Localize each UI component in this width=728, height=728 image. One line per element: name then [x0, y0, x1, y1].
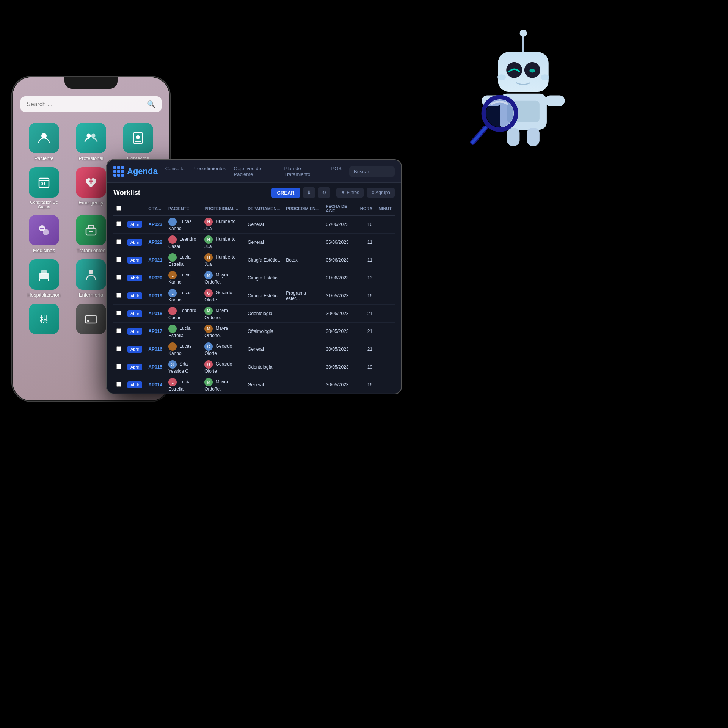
tablet-search[interactable]: Buscar... [349, 166, 395, 177]
app-label-medicinas: Medicinas [33, 248, 55, 253]
row-checkbox[interactable] [116, 275, 121, 280]
nav-pos[interactable]: POS [331, 164, 342, 179]
row-checkbox[interactable] [116, 328, 121, 333]
abrir-button[interactable]: Abrir [127, 221, 142, 228]
app-emergency[interactable]: Emergency [71, 167, 111, 209]
row-fecha: 30/05/2023 [323, 340, 357, 358]
table-row: Abrir AP017 L Lucía Estrella M Mayra Ord… [113, 323, 395, 340]
app-title: Agenda [127, 166, 158, 176]
app-medicinas[interactable]: Medicinas [24, 215, 64, 253]
row-checkbox[interactable] [116, 221, 121, 226]
row-profesional: H Humberto Jua [201, 216, 245, 234]
abrir-button[interactable]: Abrir [127, 257, 142, 264]
abrir-button[interactable]: Abrir [127, 310, 142, 317]
row-fecha: 01/06/2023 [323, 269, 357, 287]
row-checkbox[interactable] [116, 293, 121, 298]
select-all-checkbox[interactable] [116, 206, 121, 211]
nav-procedimientos[interactable]: Procedimientos [192, 164, 226, 179]
row-checkbox-cell [113, 323, 124, 340]
row-checkbox[interactable] [116, 346, 121, 351]
table-row: Abrir AP021 L Lucía Estrella H Humberto … [113, 251, 395, 269]
row-checkbox-cell [113, 251, 124, 269]
row-cita: AP018 [145, 305, 165, 323]
app-tratamientos[interactable]: Tratamientos [71, 215, 111, 253]
abrir-button[interactable]: Abrir [127, 364, 142, 370]
prof-avatar: M [204, 271, 213, 279]
row-abrir-cell: Abrir [124, 340, 145, 358]
prof-avatar: H [204, 218, 213, 226]
row-checkbox-cell [113, 287, 124, 305]
abrir-button[interactable]: Abrir [127, 292, 142, 299]
row-paciente: L Leandro Casar [165, 305, 201, 323]
app-paciente[interactable]: Paciente [24, 123, 64, 161]
row-checkbox[interactable] [116, 382, 121, 387]
app-profesional[interactable]: Profesional [71, 123, 111, 161]
row-fecha: 30/05/2023 [323, 358, 357, 376]
app-misc2[interactable] [71, 304, 111, 336]
crear-button[interactable]: CREAR [271, 188, 300, 198]
row-paciente: L Lucas Kanno [165, 216, 201, 234]
row-minutos [375, 376, 395, 394]
row-paciente: L Lucas Kanno [165, 340, 201, 358]
abrir-button[interactable]: Abrir [127, 328, 142, 335]
row-checkbox[interactable] [116, 239, 121, 244]
search-input[interactable] [27, 101, 147, 108]
app-hospitalizacion[interactable]: Hospitalización [24, 259, 64, 298]
refresh-button[interactable]: ↻ [318, 187, 330, 198]
svg-point-39 [529, 69, 535, 73]
row-procedimiento [283, 234, 323, 251]
row-cita: AP016 [145, 340, 165, 358]
search-icon: 🔍 [147, 100, 155, 108]
phone-search-bar[interactable]: 🔍 [20, 96, 162, 112]
svg-point-40 [497, 74, 506, 80]
app-generacion[interactable]: 31 Generación De Cupos [24, 167, 64, 209]
prof-avatar: G [204, 289, 213, 297]
col-cita: CITA... [145, 202, 165, 216]
row-checkbox[interactable] [116, 311, 121, 315]
svg-point-41 [541, 74, 549, 80]
filtros-button[interactable]: ▼ Filtros [336, 188, 364, 198]
abrir-button[interactable]: Abrir [127, 239, 142, 246]
app-icon-paciente [29, 123, 59, 153]
row-minutos [375, 305, 395, 323]
app-enfermeria[interactable]: Enfermería [71, 259, 111, 298]
nav-objetivos[interactable]: Objetivos de Paciente [234, 164, 277, 179]
patient-avatar: L [168, 289, 177, 297]
row-paciente: L Lucía Estrella [165, 376, 201, 394]
row-paciente: L Lucía Estrella [165, 251, 201, 269]
row-minutos [375, 251, 395, 269]
row-paciente: L Lucas Kanno [165, 269, 201, 287]
row-cita: AP015 [145, 358, 165, 376]
agrupar-button[interactable]: ≡ Agrupa [367, 188, 395, 198]
row-minutos [375, 358, 395, 376]
app-icon-profesional [76, 123, 106, 153]
nav-plan[interactable]: Plan de Tratamiento [284, 164, 324, 179]
prof-avatar: M [204, 378, 213, 386]
row-hora: 21 [357, 305, 375, 323]
app-label-emergency: Emergency [78, 200, 104, 206]
app-contactos[interactable]: Contactos [118, 123, 158, 161]
row-minutos [375, 287, 395, 305]
col-fecha: FECHA DE AGE... [323, 202, 357, 216]
row-checkbox[interactable] [116, 257, 121, 262]
patient-avatar: S [168, 360, 177, 369]
row-checkbox[interactable] [116, 364, 121, 369]
row-hora: 21 [357, 323, 375, 340]
app-label-paciente: Paciente [35, 155, 54, 161]
row-fecha: 30/05/2023 [323, 305, 357, 323]
abrir-button[interactable]: Abrir [127, 381, 142, 388]
row-procedimiento [283, 323, 323, 340]
abrir-button[interactable]: Abrir [127, 346, 142, 353]
row-minutos [375, 340, 395, 358]
row-procedimiento [283, 340, 323, 358]
app-misc1[interactable]: 棋 [24, 304, 64, 336]
download-button[interactable]: ⬇ [303, 187, 315, 198]
row-profesional: H Humberto Jua [201, 234, 245, 251]
svg-text:31: 31 [41, 182, 46, 186]
robot-mascot [463, 30, 584, 182]
abrir-button[interactable]: Abrir [127, 275, 142, 281]
table-row: Abrir AP015 S Srta Yessica O G Gerardo O… [113, 358, 395, 376]
app-label-generacion: Generación De Cupos [24, 200, 64, 209]
row-hora: 21 [357, 340, 375, 358]
nav-consulta[interactable]: Consulta [165, 164, 185, 179]
